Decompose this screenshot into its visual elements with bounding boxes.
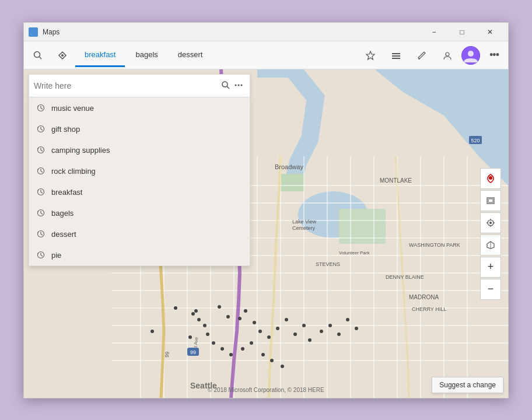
list-item[interactable]: pie — [29, 244, 250, 265]
toolbar-left: breakfast bagels dessert — [26, 44, 359, 67]
svg-line-1 — [40, 57, 42, 59]
svg-text:MADRONA: MADRONA — [409, 294, 439, 300]
locate-button[interactable] — [480, 212, 501, 233]
layers-button[interactable] — [480, 190, 501, 211]
search-button[interactable] — [26, 44, 50, 67]
svg-rect-6 — [392, 58, 400, 59]
svg-point-69 — [220, 347, 224, 351]
svg-text:STEVENS: STEVENS — [316, 261, 340, 267]
svg-point-53 — [267, 335, 271, 339]
favorites-button[interactable] — [359, 44, 382, 67]
3d-icon — [486, 240, 495, 250]
svg-point-59 — [320, 330, 323, 333]
app-icon — [29, 27, 38, 37]
list-item[interactable]: breakfast — [29, 181, 250, 202]
svg-rect-106 — [488, 199, 493, 202]
svg-point-49 — [238, 317, 242, 320]
history-icon — [36, 145, 46, 155]
search-icon — [33, 51, 43, 60]
list-item[interactable]: gift shop — [29, 118, 250, 139]
3d-button[interactable] — [480, 235, 501, 256]
svg-rect-5 — [392, 55, 400, 57]
title-bar: Maps − □ ✕ — [24, 23, 508, 41]
search-input[interactable] — [34, 81, 219, 90]
window-controls: − □ ✕ — [421, 23, 503, 41]
dropdown-item-text: camping supplies — [51, 146, 110, 155]
layers-icon — [486, 196, 495, 205]
history-icon — [36, 250, 46, 260]
svg-point-91 — [222, 82, 228, 87]
svg-point-60 — [328, 324, 332, 327]
list-item[interactable]: bagels — [29, 202, 250, 223]
search-submit-button[interactable] — [219, 79, 232, 93]
svg-text:WASHINGTON PARK: WASHINGTON PARK — [409, 242, 460, 248]
tab-dessert[interactable]: dessert — [169, 44, 212, 67]
list-item[interactable]: dessert — [29, 223, 250, 244]
svg-line-92 — [227, 86, 229, 89]
more-button[interactable]: ••• — [482, 44, 506, 67]
svg-point-72 — [250, 341, 253, 345]
svg-point-68 — [212, 341, 215, 345]
svg-rect-4 — [392, 53, 400, 54]
more-icon: ••• — [489, 49, 499, 61]
minimize-button[interactable]: − — [421, 23, 447, 41]
search-overlay: music venue gift shop — [29, 74, 250, 266]
svg-point-94 — [238, 84, 240, 86]
account-icon — [442, 50, 453, 61]
dropdown-item-text: pie — [51, 251, 61, 260]
close-button[interactable]: ✕ — [477, 23, 503, 41]
history-icon — [36, 124, 46, 134]
svg-point-108 — [489, 222, 492, 224]
list-item[interactable]: music venue — [29, 97, 250, 118]
maximize-button[interactable]: □ — [449, 23, 475, 41]
directions-button[interactable] — [51, 44, 74, 67]
tab-bagels[interactable]: bagels — [126, 44, 167, 67]
search-more-icon — [235, 81, 243, 89]
history-icon — [36, 103, 46, 113]
locate-icon — [486, 218, 495, 228]
svg-point-10 — [468, 51, 474, 57]
search-more-button[interactable] — [232, 79, 245, 93]
edit-button[interactable] — [410, 44, 433, 67]
dropdown-item-text: gift shop — [51, 125, 80, 134]
svg-point-71 — [241, 347, 244, 351]
svg-point-43 — [150, 330, 154, 333]
app-title: Maps — [43, 28, 421, 36]
history-icon — [36, 187, 46, 197]
svg-point-67 — [206, 332, 209, 336]
svg-point-63 — [355, 327, 358, 330]
svg-point-93 — [235, 84, 237, 86]
svg-point-74 — [270, 359, 274, 362]
toolbar-right: ••• — [359, 44, 506, 67]
list-item[interactable]: rock climbing — [29, 160, 250, 181]
svg-point-52 — [258, 330, 262, 333]
map-pin-icon — [486, 174, 495, 183]
svg-rect-14 — [281, 174, 304, 191]
svg-point-75 — [281, 365, 284, 368]
account-button[interactable] — [436, 44, 459, 67]
svg-point-64 — [188, 335, 192, 339]
directions-icon — [58, 51, 67, 60]
svg-point-48 — [226, 315, 230, 318]
history-icon — [36, 208, 46, 218]
dropdown-item-text: breakfast — [51, 188, 82, 197]
svg-point-104 — [489, 176, 492, 180]
zoom-out-button[interactable]: − — [480, 279, 501, 300]
collections-button[interactable] — [384, 44, 408, 67]
search-box — [29, 74, 250, 97]
svg-point-55 — [285, 318, 288, 321]
history-icon — [36, 229, 46, 239]
svg-text:Broadway: Broadway — [275, 163, 303, 170]
svg-marker-3 — [366, 51, 374, 60]
map-pin-button[interactable] — [480, 168, 501, 189]
svg-text:99: 99 — [190, 349, 196, 355]
svg-point-45 — [194, 309, 198, 313]
tab-breakfast[interactable]: breakfast — [75, 44, 125, 67]
avatar-image — [461, 46, 480, 65]
list-item[interactable]: camping supplies — [29, 139, 250, 160]
svg-text:Cemetery: Cemetery — [292, 225, 316, 231]
zoom-in-button[interactable]: + — [480, 257, 501, 278]
main-content: 99 1st Ave — [24, 69, 508, 398]
edit-icon — [416, 50, 427, 61]
suggest-change-button[interactable]: Suggest a change — [432, 377, 503, 393]
